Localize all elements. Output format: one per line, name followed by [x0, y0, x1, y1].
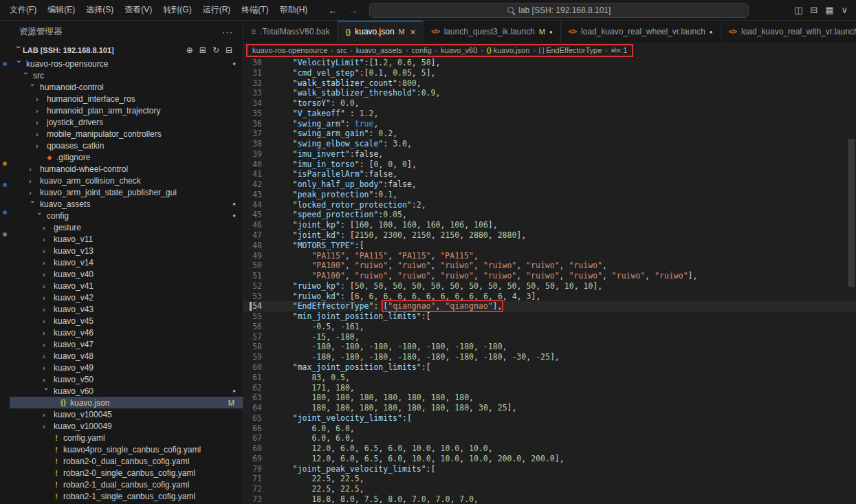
- folder-kuavo-v49[interactable]: ›kuavo_v49: [10, 362, 243, 373]
- code-line-53[interactable]: 53 "ruiwo_kd": [6, 6, 6, 6, 6, 6, 6, 6, …: [243, 292, 856, 302]
- code-line-30[interactable]: 30 "VelocityLimit":[1.2, 0.6, 50],: [243, 58, 856, 68]
- code-line-71[interactable]: 71 22.5, 22.5,: [243, 474, 856, 484]
- code-line-56[interactable]: 56 -0.5, -161,: [243, 322, 856, 332]
- breadcrumb-kuavo-json[interactable]: {}kuavo.json: [487, 46, 530, 54]
- file-roban2-0-single-canbus-cofig-yaml[interactable]: !roban2-0_single_canbus_cofig.yaml: [10, 467, 243, 479]
- forward-arrow-icon[interactable]: →: [349, 5, 358, 16]
- file-roban2-1-single-canbus-cofig-yaml[interactable]: !roban2-1_single_canbus_cofig.yaml: [10, 490, 243, 502]
- workspace-section-header[interactable]: › LAB [SSH: 192.168.8.101] ⊕⊞↻⊟: [10, 43, 243, 58]
- folder-qpoases-catkin[interactable]: ›qpoases_catkin: [10, 140, 243, 151]
- code-line-36[interactable]: 36 "swing_arm": true,: [243, 119, 856, 129]
- folder-kuavo-v100049[interactable]: ›kuavo_v100049: [10, 420, 243, 432]
- code-line-49[interactable]: 49 "PA115", "PA115", "PA115", "PA115",: [243, 251, 856, 261]
- tab-load-kuavo-real-wheel-vr-launch[interactable]: </>load_kuavo_real_wheel_vr.launch●: [561, 21, 721, 43]
- menu-s[interactable]: 选择(S): [80, 0, 119, 20]
- folder-config[interactable]: ›config●: [10, 210, 243, 221]
- folder-kuavo-arm-collision-check[interactable]: ›kuavo_arm_collision_check: [10, 175, 243, 186]
- code-area[interactable]: 30 "VelocityLimit":[1.2, 0.6, 50],31 "cm…: [243, 58, 856, 504]
- tab-totalmassv60-bak[interactable]: ≡.TotalMassV60.bak: [243, 21, 338, 43]
- code-line-40[interactable]: 40 "imu_in_torso": [0, 0, 0],: [243, 160, 856, 170]
- menu-e[interactable]: 编辑(E): [42, 0, 80, 20]
- folder-kuavo-v50[interactable]: ›kuavo_v50: [10, 373, 243, 385]
- code-line-63[interactable]: 63 180, 180, 180, 180, 180, 180, 180,: [243, 393, 856, 403]
- code-line-34[interactable]: 34 "torsoY": 0.0,: [243, 98, 856, 109]
- code-line-32[interactable]: 32 "walk_stablizer_count":800,: [243, 78, 856, 89]
- folder-kuavo-v60[interactable]: ›kuavo_v60●: [10, 385, 243, 397]
- code-line-47[interactable]: 47 "joint_kd": [2150, 2300, 2150, 2150, …: [243, 230, 856, 241]
- code-line-62[interactable]: 62 171, 180,: [243, 383, 856, 393]
- command-center-search[interactable]: lab [SSH: 192.168.8.101]: [369, 3, 749, 18]
- breadcrumb-kuavo-v60[interactable]: kuavo_v60: [441, 46, 477, 54]
- file-gitignore[interactable]: ◆.gitignore: [10, 151, 243, 163]
- layout-customize-icon[interactable]: ▦: [825, 0, 833, 21]
- new-folder-icon[interactable]: ⊞: [199, 45, 206, 55]
- folder-kuavo-v42[interactable]: ›kuavo_v42: [10, 292, 243, 303]
- code-line-35[interactable]: 35 "V_takeoff" : 1.2,: [243, 109, 856, 119]
- folder-mobile-manipulator-controllers[interactable]: ›mobile_manipulator_controllers: [10, 128, 243, 140]
- folder-kuavo-v100045[interactable]: ›kuavo_v100045: [10, 408, 243, 420]
- menu-f[interactable]: 文件(F): [4, 0, 42, 20]
- menu-g[interactable]: 转到(G): [157, 0, 197, 20]
- folder-kuavo-v43[interactable]: ›kuavo_v43: [10, 303, 243, 315]
- code-line-37[interactable]: 37 "swing_arm_gain": 0.2,: [243, 129, 856, 139]
- breadcrumb-src[interactable]: src: [337, 46, 347, 54]
- menu-t[interactable]: 终端(T): [236, 0, 274, 20]
- tab-launch-quest3-ik-launch[interactable]: </>launch_quest3_ik.launchM●: [424, 21, 560, 43]
- folder-kuavo-v13[interactable]: ›kuavo_v13: [10, 245, 243, 256]
- code-line-64[interactable]: 64 180, 180, 180, 180, 180, 180, 180, 30…: [243, 403, 856, 413]
- code-line-72[interactable]: 72 22.5, 22.5,: [243, 484, 856, 494]
- folder-humanoid-control[interactable]: ›humanoid-control: [10, 81, 243, 93]
- file-kuavo-json[interactable]: {}kuavo.jsonM: [10, 397, 243, 408]
- code-line-31[interactable]: 31 "cmd_vel_step":[0.1, 0.05, 5],: [243, 68, 856, 78]
- code-line-68[interactable]: 68 12.0, 6.0, 6.5, 6.0, 10.0, 10.0, 10.0…: [243, 443, 856, 454]
- code-line-57[interactable]: 57 -15, -180,: [243, 332, 856, 342]
- code-line-60[interactable]: 60 "max_joint_position_limits":[: [243, 362, 856, 373]
- code-line-38[interactable]: 38 "swing_elbow_scale": 3.0,: [243, 139, 856, 149]
- back-arrow-icon[interactable]: ←: [328, 5, 338, 16]
- code-line-44[interactable]: 44 "locked_rotor_protection":2,: [243, 200, 856, 210]
- code-line-41[interactable]: 41 "isParallelArm":false,: [243, 169, 856, 179]
- folder-humanoid-plan-arm-trajectory[interactable]: ›humanoid_plan_arm_trajectory: [10, 105, 243, 116]
- breadcrumb-endeffectortype[interactable]: [ ]EndEffectorType: [539, 46, 602, 54]
- folder-humanoid-wheel-control[interactable]: ›humanoid-wheel-control: [10, 163, 243, 175]
- code-line-52[interactable]: 52 "ruiwo_kp": [50, 50, 50, 50, 50, 50, …: [243, 281, 856, 292]
- code-line-43[interactable]: 43 "peak_protection":0.1,: [243, 190, 856, 200]
- tab-kuavo-json[interactable]: {}kuavo.jsonM×: [338, 21, 424, 43]
- new-file-icon[interactable]: ⊕: [186, 45, 193, 55]
- folder-kuavo-v40[interactable]: ›kuavo_v40: [10, 268, 243, 280]
- breadcrumb-1[interactable]: abc1: [611, 46, 628, 54]
- file-config-yaml[interactable]: !config.yaml: [10, 432, 243, 443]
- code-line-51[interactable]: 51 "PA100", "ruiwo", "ruiwo", "ruiwo", "…: [243, 271, 856, 281]
- code-line-65[interactable]: 65 "joint_velocity_limits":[: [243, 413, 856, 424]
- folder-src[interactable]: ›src: [10, 69, 243, 81]
- tab-load-kuavo-real-with-vr-launch[interactable]: </>load_kuavo_real_with_vr.launch: [721, 21, 856, 43]
- menu-h[interactable]: 帮助(H): [274, 0, 314, 20]
- collapse-all-icon[interactable]: ⊟: [226, 45, 232, 55]
- code-line-70[interactable]: 70 "joint_peak_velocity_limits":[: [243, 464, 856, 474]
- code-line-46[interactable]: 46 "joint_kp": [160, 100, 160, 160, 106,…: [243, 220, 856, 230]
- code-line-39[interactable]: 39 "imu_invert":false,: [243, 149, 856, 160]
- chevron-down-icon[interactable]: ∨: [841, 0, 848, 21]
- menu-v[interactable]: 查看(V): [119, 0, 157, 20]
- more-actions-icon[interactable]: ···: [222, 27, 233, 37]
- folder-gesture[interactable]: ›gesture: [10, 221, 243, 233]
- file-roban2-0-dual-canbus-cofig-yaml[interactable]: !roban2-0_dual_canbus_cofig.yaml: [10, 455, 243, 467]
- close-icon[interactable]: ×: [410, 27, 416, 37]
- code-line-73[interactable]: 73 18.8, 8.0, 7.5, 8.0, 7.0, 7.0, 7.0,: [243, 494, 856, 504]
- layout-sidebar-icon[interactable]: ◫: [794, 0, 802, 21]
- breadcrumb-kuavo-ros-opensource[interactable]: kuavo-ros-opensource: [252, 46, 327, 54]
- code-line-48[interactable]: 48 "MOTORS_TYPE":[: [243, 241, 856, 251]
- folder-kuavo-v47[interactable]: ›kuavo_v47: [10, 338, 243, 350]
- code-line-67[interactable]: 67 6.0, 6.0,: [243, 433, 856, 443]
- file-roban2-1-dual-canbus-cofig-yaml[interactable]: !roban2-1_dual_canbus_cofig.yaml: [10, 479, 243, 490]
- folder-kuavo-v48[interactable]: ›kuavo_v48: [10, 350, 243, 362]
- folder-joystick-drivers[interactable]: ›joystick_drivers: [10, 116, 243, 128]
- folder-kuavo-v11[interactable]: ›kuavo_v11: [10, 233, 243, 245]
- refresh-icon[interactable]: ↻: [212, 45, 219, 55]
- breadcrumb-config[interactable]: config: [411, 46, 431, 54]
- folder-kuavo-v41[interactable]: ›kuavo_v41: [10, 280, 243, 292]
- code-line-50[interactable]: 50 "PA100", "ruiwo", "ruiwo", "ruiwo", "…: [243, 261, 856, 271]
- code-line-54[interactable]: 54 "EndEffectorType": ["qiangnao", "qian…: [243, 301, 856, 311]
- file-kuavo4pro-single-canbus-cofig-yaml[interactable]: !kuavo4pro_single_canbus_cofig.yaml: [10, 443, 243, 455]
- folder-kuavo-ros-opensource[interactable]: ›kuavo-ros-opensource●: [10, 58, 243, 69]
